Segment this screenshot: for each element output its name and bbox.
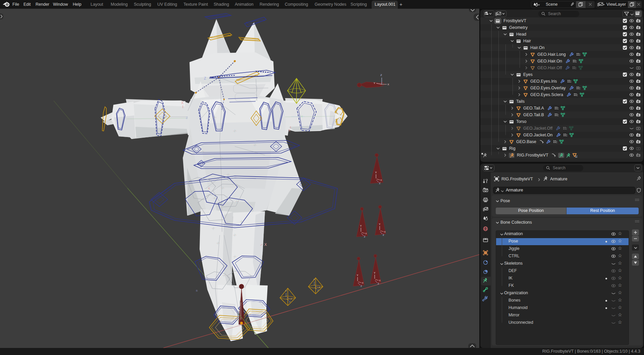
svg-text:X: X [319,286,320,289]
svg-text:Z: Z [383,234,384,236]
svg-text:Y: Y [357,274,359,276]
svg-text:Z: Z [379,182,381,184]
svg-text:Z: Z [317,289,319,292]
svg-text:X: X [362,282,364,284]
svg-text:X: X [290,298,292,300]
svg-text:Z: Z [289,301,291,303]
svg-text:Y: Y [374,82,375,84]
svg-text:X: X [264,242,267,247]
svg-text:X: X [387,83,389,86]
svg-text:Z: Z [361,285,362,287]
svg-text:11: 11 [575,155,577,158]
svg-text:Y: Y [301,115,303,118]
svg-text:X: X [365,232,367,235]
svg-text:Z: Z [378,282,379,285]
svg-text:X: X [379,279,381,282]
svg-text:Y: Y [360,225,362,227]
svg-text:Z: Z [186,116,188,120]
svg-text:Y: Y [314,278,315,281]
svg-text:X: X [208,187,210,190]
svg-text:B: B [196,289,198,292]
svg-text:Z: Z [204,76,206,80]
svg-text:Y: Y [375,171,377,174]
svg-text:X: X [380,179,382,181]
svg-text:X: X [384,231,386,233]
svg-text:Y: Y [285,290,287,292]
svg-text:Z: Z [380,74,382,77]
svg-text:Y: Y [379,223,381,225]
svg-text:x: x [288,128,290,132]
svg-text:Y: Y [374,272,376,274]
svg-text:Z: Z [364,235,366,238]
svg-text:X: X [181,101,184,105]
